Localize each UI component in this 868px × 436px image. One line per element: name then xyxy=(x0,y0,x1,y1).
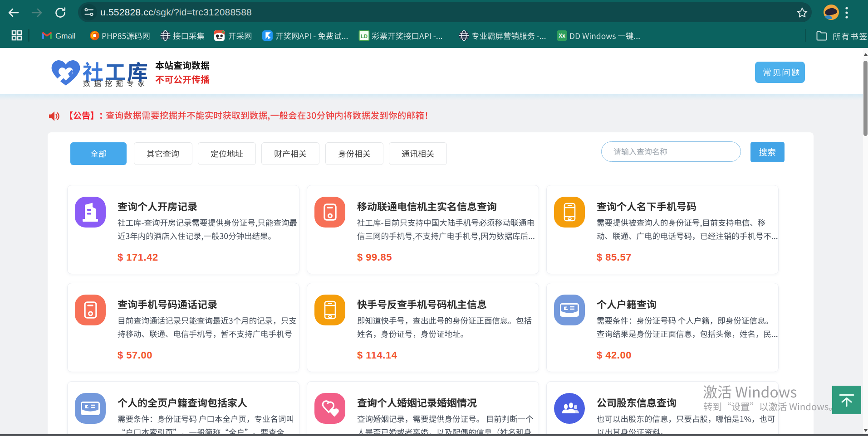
svg-text:Xx: Xx xyxy=(559,33,565,39)
svg-text:LD: LD xyxy=(361,34,368,39)
